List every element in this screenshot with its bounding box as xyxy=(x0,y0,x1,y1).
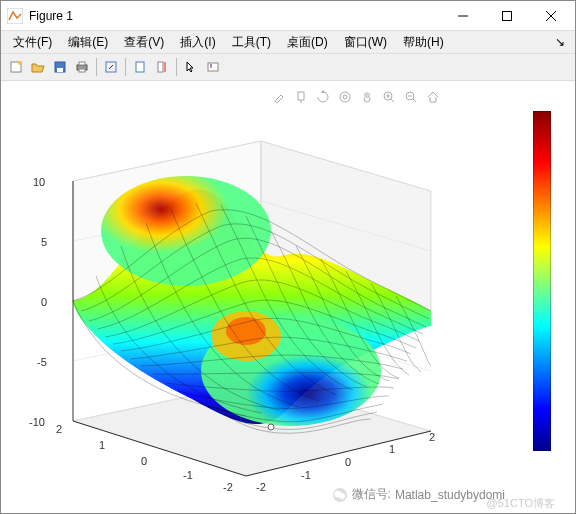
x-tick: 0 xyxy=(345,456,351,468)
y-tick: 0 xyxy=(141,455,147,467)
svg-rect-8 xyxy=(57,68,63,72)
z-tick: -10 xyxy=(29,416,45,428)
toolbar xyxy=(1,53,575,81)
svg-point-40 xyxy=(101,176,271,286)
menu-file[interactable]: 文件(F) xyxy=(5,32,60,53)
svg-rect-10 xyxy=(79,62,85,65)
z-tick: 5 xyxy=(41,236,47,248)
menu-window[interactable]: 窗口(W) xyxy=(336,32,395,53)
y-tick: -1 xyxy=(183,469,193,481)
toolbar-separator xyxy=(176,58,177,76)
menu-chevron-icon[interactable]: ↘ xyxy=(549,35,571,49)
x-tick: -1 xyxy=(301,469,311,481)
legend-button[interactable] xyxy=(202,56,224,78)
y-tick: -2 xyxy=(223,481,233,493)
menu-insert[interactable]: 插入(I) xyxy=(172,32,223,53)
y-tick: 1 xyxy=(99,439,105,451)
x-tick: -2 xyxy=(256,481,266,493)
x-tick: 2 xyxy=(429,431,435,443)
menu-tools[interactable]: 工具(T) xyxy=(224,32,279,53)
print-button[interactable] xyxy=(71,56,93,78)
svg-rect-2 xyxy=(503,11,512,20)
svg-rect-16 xyxy=(208,63,218,71)
maximize-button[interactable] xyxy=(485,2,529,30)
link-button[interactable] xyxy=(129,56,151,78)
menu-edit[interactable]: 编辑(E) xyxy=(60,32,116,53)
svg-rect-11 xyxy=(79,69,85,72)
watermark-label: 微信号: xyxy=(352,486,391,503)
toolbar-separator xyxy=(125,58,126,76)
svg-point-51 xyxy=(339,493,345,499)
title-bar[interactable]: Figure 1 xyxy=(1,1,575,31)
svg-point-47 xyxy=(268,424,274,430)
menu-desktop[interactable]: 桌面(D) xyxy=(279,32,336,53)
axes-3d[interactable] xyxy=(11,101,491,501)
watermark: 微信号: Matlab_studybydomi xyxy=(332,486,505,503)
x-tick: 1 xyxy=(389,443,395,455)
blog-watermark: @51CTO博客 xyxy=(487,496,555,511)
window-title: Figure 1 xyxy=(29,9,441,23)
close-button[interactable] xyxy=(529,2,573,30)
menu-help[interactable]: 帮助(H) xyxy=(395,32,452,53)
svg-point-6 xyxy=(18,61,22,65)
svg-point-22 xyxy=(343,95,347,99)
y-tick: 2 xyxy=(56,423,62,435)
minimize-button[interactable] xyxy=(441,2,485,30)
svg-rect-19 xyxy=(298,92,304,100)
menu-bar: 文件(F) 编辑(E) 查看(V) 插入(I) 工具(T) 桌面(D) 窗口(W… xyxy=(1,31,575,53)
svg-rect-15 xyxy=(164,62,166,72)
wechat-icon xyxy=(332,487,348,503)
colorbar[interactable] xyxy=(533,111,551,451)
figure-window: Figure 1 文件(F) 编辑(E) 查看(V) 插入(I) 工具(T) 桌… xyxy=(0,0,576,514)
matlab-figure-icon xyxy=(7,8,23,24)
z-tick: 10 xyxy=(33,176,45,188)
toolbar-separator xyxy=(96,58,97,76)
svg-rect-48 xyxy=(533,111,551,451)
svg-rect-13 xyxy=(136,62,144,72)
save-button[interactable] xyxy=(49,56,71,78)
svg-rect-14 xyxy=(158,62,163,72)
insert-colorbar-button[interactable] xyxy=(151,56,173,78)
edit-plot-button[interactable] xyxy=(100,56,122,78)
z-tick: -5 xyxy=(37,356,47,368)
pointer-button[interactable] xyxy=(180,56,202,78)
figure-canvas: 10 5 0 -5 -10 2 1 0 -1 -2 -2 -1 0 1 2 xyxy=(1,81,575,513)
new-figure-button[interactable] xyxy=(5,56,27,78)
open-button[interactable] xyxy=(27,56,49,78)
menu-view[interactable]: 查看(V) xyxy=(116,32,172,53)
z-tick: 0 xyxy=(41,296,47,308)
